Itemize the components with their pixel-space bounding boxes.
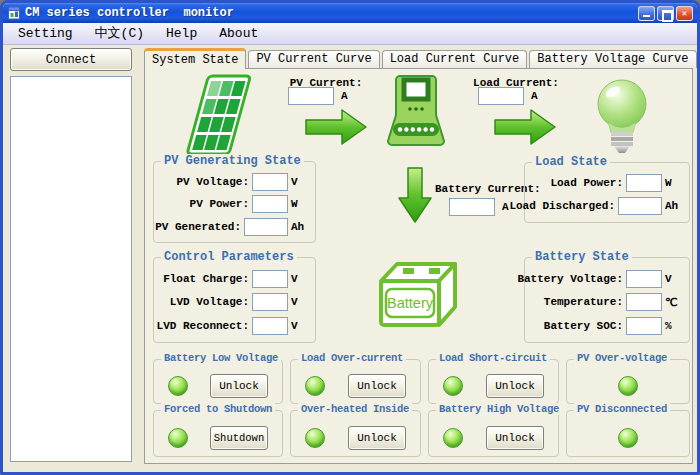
- tab-load-current-curve[interactable]: Load Current Curve: [382, 50, 528, 68]
- load-over-current-group: Load Over-current Unlock: [290, 359, 421, 404]
- device-list[interactable]: [10, 76, 132, 462]
- pv-disconnected-group: PV Disconnected: [566, 410, 690, 457]
- connect-button[interactable]: Connect: [10, 48, 132, 71]
- lvd-reconnect-value[interactable]: [252, 317, 288, 335]
- battery-high-voltage-group: Battery High Voltage Unlock: [428, 410, 559, 457]
- load-short-circuit-group: Load Short-circuit Unlock: [428, 359, 559, 404]
- pv-generated-value[interactable]: [244, 218, 288, 236]
- over-heated-inside-led: [305, 428, 325, 448]
- close-button[interactable]: ✕: [676, 6, 693, 21]
- arrow-controller-to-load-icon: [493, 107, 557, 152]
- title-bar: CM series controller monitor ✕: [3, 3, 697, 23]
- controller-icon: [384, 73, 448, 158]
- arrow-to-battery-icon: [397, 166, 433, 229]
- lvd-reconnect-row: LVD Reconnect: V: [154, 317, 315, 335]
- battery-current-unit: A: [502, 201, 509, 213]
- load-power-value[interactable]: [626, 174, 662, 192]
- pv-current-value[interactable]: [288, 87, 334, 105]
- tab-pv-current-curve[interactable]: PV Current Curve: [248, 50, 379, 68]
- app-icon: [7, 6, 21, 20]
- over-heated-inside-group: Over-heated Inside Unlock: [290, 410, 421, 457]
- menu-setting[interactable]: Setting: [7, 23, 84, 44]
- battery-voltage-row: Battery Voltage: V: [525, 270, 689, 288]
- pv-over-voltage-group: PV Over-voltage: [566, 359, 690, 404]
- load-short-circuit-led: [443, 376, 463, 396]
- arrow-pv-to-controller-icon: [304, 107, 368, 152]
- load-discharged-value[interactable]: [618, 197, 662, 215]
- battery-soc-row: Battery SOC: %: [525, 317, 689, 335]
- over-heated-inside-unlock-button[interactable]: Unlock: [348, 426, 406, 450]
- control-parameters-group: Control Parameters Float Charge: V LVD V…: [153, 257, 316, 343]
- battery-state-group: Battery State Battery Voltage: V Tempera…: [524, 257, 690, 343]
- menu-about[interactable]: About: [208, 23, 269, 44]
- battery-icon-label: Battery: [387, 295, 434, 311]
- pv-voltage-row: PV Voltage: V: [154, 173, 315, 191]
- load-current-value[interactable]: [478, 87, 524, 105]
- pv-voltage-value[interactable]: [252, 173, 288, 191]
- battery-low-voltage-group: Battery Low Voltage Unlock: [153, 359, 283, 404]
- battery-voltage-value[interactable]: [626, 270, 662, 288]
- temperature-row: Temperature: ℃: [525, 293, 689, 311]
- battery-icon: Battery: [373, 251, 465, 340]
- battery-high-voltage-led: [443, 428, 463, 448]
- load-over-current-unlock-button[interactable]: Unlock: [348, 374, 406, 398]
- window-title: CM series controller monitor: [25, 6, 234, 20]
- main-content: Connect System State PV Current Curve Lo…: [3, 45, 697, 474]
- load-state-group: Load State Load Power: W Load Discharged…: [524, 162, 690, 223]
- float-charge-value[interactable]: [252, 270, 288, 288]
- tab-battery-voltage-curve[interactable]: Battery Voltage Curve: [529, 50, 696, 68]
- load-short-circuit-unlock-button[interactable]: Unlock: [486, 374, 544, 398]
- menu-language[interactable]: 中文(C): [84, 23, 155, 44]
- minimize-button[interactable]: [638, 6, 655, 21]
- forced-to-shutdown-led: [168, 428, 188, 448]
- forced-to-shutdown-button[interactable]: Shutdown: [210, 426, 268, 450]
- pv-generated-row: PV Generated: Ah: [154, 218, 315, 236]
- battery-high-voltage-unlock-button[interactable]: Unlock: [486, 426, 544, 450]
- pv-power-row: PV Power: W: [154, 195, 315, 213]
- tab-system-state[interactable]: System State: [144, 48, 246, 69]
- load-power-row: Load Power: W: [525, 174, 689, 192]
- menu-bar: Setting 中文(C) Help About: [3, 23, 697, 45]
- battery-current-value[interactable]: [449, 198, 495, 216]
- bulb-icon: [594, 77, 652, 160]
- maximize-button[interactable]: [657, 6, 674, 21]
- menu-help[interactable]: Help: [155, 23, 208, 44]
- lvd-voltage-row: LVD Voltage: V: [154, 293, 315, 311]
- battery-low-voltage-led: [168, 376, 188, 396]
- pv-disconnected-led: [618, 428, 638, 448]
- forced-to-shutdown-group: Forced to Shutdown Shutdown: [153, 410, 283, 457]
- pv-generating-group: PV Generating State PV Voltage: V PV Pow…: [153, 161, 316, 243]
- lvd-voltage-value[interactable]: [252, 293, 288, 311]
- battery-low-voltage-unlock-button[interactable]: Unlock: [210, 374, 268, 398]
- pv-current-unit: A: [341, 90, 348, 102]
- system-state-panel: PV Current: A Load Cu: [144, 68, 693, 464]
- pv-power-value[interactable]: [252, 195, 288, 213]
- load-discharged-row: Load Discharged: Ah: [525, 197, 689, 215]
- battery-soc-value[interactable]: [626, 317, 662, 335]
- temperature-value[interactable]: [626, 293, 662, 311]
- load-current-unit: A: [531, 90, 538, 102]
- tab-strip: System State PV Current Curve Load Curre…: [144, 47, 699, 68]
- pv-panel-icon: [185, 74, 253, 161]
- app-window: CM series controller monitor ✕ Setting 中…: [0, 0, 700, 475]
- load-over-current-led: [305, 376, 325, 396]
- pv-over-voltage-led: [618, 376, 638, 396]
- float-charge-row: Float Charge: V: [154, 270, 315, 288]
